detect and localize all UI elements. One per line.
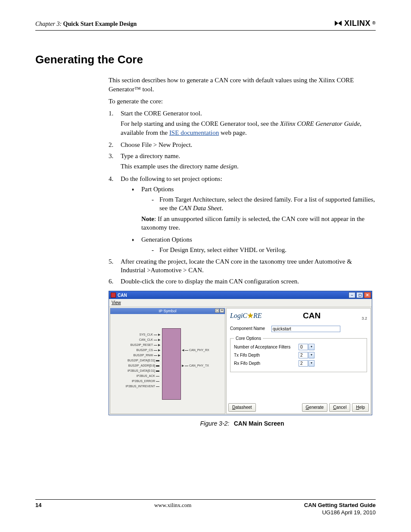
window-maximize-button[interactable]: ◻	[356, 292, 363, 298]
steps-list: Start the CORE Generator tool. For help …	[109, 109, 376, 286]
footer-doc-title: CAN Getting Started Guide	[304, 501, 376, 509]
rx-fifo-label: Rx Fifo Depth	[234, 361, 299, 367]
lead-para: To generate the core:	[109, 97, 376, 106]
help-button[interactable]: Help	[352, 403, 369, 412]
rx-fifo-value[interactable]: 2	[299, 360, 308, 367]
step-4-note: Note: If an unsupported silicon family i…	[141, 215, 376, 232]
config-panel: LogiC★RE CAN 3.2 Component Name Core Opt…	[226, 308, 371, 414]
step-3-note: This example uses the directory name des…	[121, 162, 376, 171]
page-number: 14	[35, 501, 41, 516]
step-3: Type a directory name. This example uses…	[109, 152, 376, 171]
chapter-title: Quick Start Example Design	[63, 21, 137, 27]
num-accept-filters-value[interactable]: 0	[299, 344, 308, 350]
page-footer: 14 www.xilinx.com CAN Getting Started Gu…	[35, 499, 376, 516]
cancel-button[interactable]: Cancel	[329, 403, 350, 412]
tx-fifo-dropdown[interactable]	[308, 352, 314, 358]
core-options-legend: Core Options	[234, 336, 263, 342]
ise-doc-link[interactable]: ISE documentation	[169, 129, 219, 136]
pin-sys-clk: SYS_CLK▶	[139, 333, 160, 336]
panel-restore-icon[interactable]: ◻	[215, 308, 219, 313]
step-4: Do the following to set project options:…	[109, 174, 376, 255]
panel-close-icon[interactable]: ✕	[220, 308, 224, 313]
section-heading: Generating the Core	[35, 52, 376, 67]
menu-view[interactable]: View	[112, 300, 121, 305]
step-2: Choose File > New Project.	[109, 140, 376, 149]
ip-symbol-titlebar[interactable]: IP Symbol ◻ ✕	[110, 308, 225, 314]
rx-fifo-dropdown[interactable]	[308, 360, 314, 367]
can-window: CAN – ◻ ✕ View IP Symbol ◻ ✕	[109, 291, 372, 415]
step-1: Start the CORE Generator tool. For help …	[109, 109, 376, 137]
intro-para: This section describes how to generate a…	[109, 76, 376, 93]
window-minimize-button[interactable]: –	[349, 292, 355, 298]
core-options-fieldset: Core Options Number of Acceptance Filter…	[230, 336, 367, 373]
figure-title: CAN Main Screen	[234, 420, 284, 427]
tx-fifo-label: Tx Fifo Depth	[234, 352, 299, 358]
xilinx-logo-icon	[334, 20, 342, 27]
running-header: Chapter 3: Quick Start Example Design XI…	[35, 18, 376, 31]
core-version: 3.2	[361, 316, 367, 321]
step-1-help: For help starting and using the CORE Gen…	[121, 119, 376, 137]
component-name-input[interactable]	[271, 326, 340, 332]
step-5: After creating the project, locate the C…	[109, 257, 376, 275]
step-4-genopts: Generation Options For Design Entry, sel…	[132, 235, 376, 255]
figure-caption: Figure 3-2: CAN Main Screen	[109, 420, 376, 428]
step-4-target-arch: From Target Architecture, select the des…	[152, 195, 376, 213]
pin-bus2ip-cs: BUS2IP_CS▶	[136, 348, 160, 352]
pin-can-phy-rx: ◀CAN_PHY_RX	[182, 348, 209, 352]
window-app-icon	[111, 292, 116, 298]
pin-ip2bus-ack: IP2BUS_ACK	[137, 374, 160, 378]
window-title: CAN	[118, 292, 127, 299]
step-4-design-entry: For Design Entry, select either VHDL or …	[152, 246, 376, 254]
pin-ip2bus-error: IP2BUS_ERROR	[132, 379, 160, 383]
logicore-logo: LogiC★RE	[230, 311, 262, 320]
footer-doc-sub: UG186 April 19, 2010	[304, 509, 376, 516]
window-close-button[interactable]: ✕	[364, 292, 371, 298]
pin-can-phy-tx: ▶CAN_PHY_TX	[182, 364, 209, 367]
xilinx-logo: XILINX®	[334, 18, 376, 28]
datasheet-button[interactable]: Datasheet	[228, 403, 256, 412]
pin-can-clk: CAN_CLK▶	[139, 338, 160, 342]
footer-url: www.xilinx.com	[154, 501, 192, 516]
ip-block-symbol	[162, 328, 181, 400]
pin-ip2bus-data: IP2BUS_DATA[0:31]	[128, 369, 160, 373]
component-name-label: Component Name	[230, 326, 270, 332]
generate-button[interactable]: Generate	[302, 403, 328, 412]
chapter-label: Chapter 3:	[35, 21, 62, 27]
pin-bus2ip-rnw: BUS2IP_RNW▶	[133, 353, 160, 357]
brand-text: XILINX	[344, 18, 371, 28]
window-titlebar[interactable]: CAN – ◻ ✕	[109, 291, 372, 299]
core-title: CAN	[262, 310, 362, 321]
pin-bus2ip-data: BUS2IP_DATA[0:31]	[128, 358, 160, 362]
pin-bus2ip-reset: BUS2IP_RESET▶	[131, 343, 160, 347]
pin-bus2ip-addr: BUS2IP_ADDR[0:8]	[128, 364, 160, 367]
num-accept-filters-label: Number of Acceptance Filters	[234, 344, 299, 350]
pin-ip2bus-int: IP2BUS_INTREVENT	[126, 384, 160, 388]
tx-fifo-value[interactable]: 2	[299, 352, 308, 358]
ip-symbol-panel: IP Symbol ◻ ✕ SYS_CLK▶ CAN_CLK▶ BUS2IP_R…	[110, 308, 225, 414]
window-menubar: View	[109, 299, 372, 307]
figure-number: Figure 3-2:	[200, 420, 230, 427]
num-accept-filters-dropdown[interactable]	[308, 344, 314, 350]
step-6: Double-click the core to display the mai…	[109, 277, 376, 286]
step-4-partopts: Part Options From Target Architecture, s…	[132, 185, 376, 232]
